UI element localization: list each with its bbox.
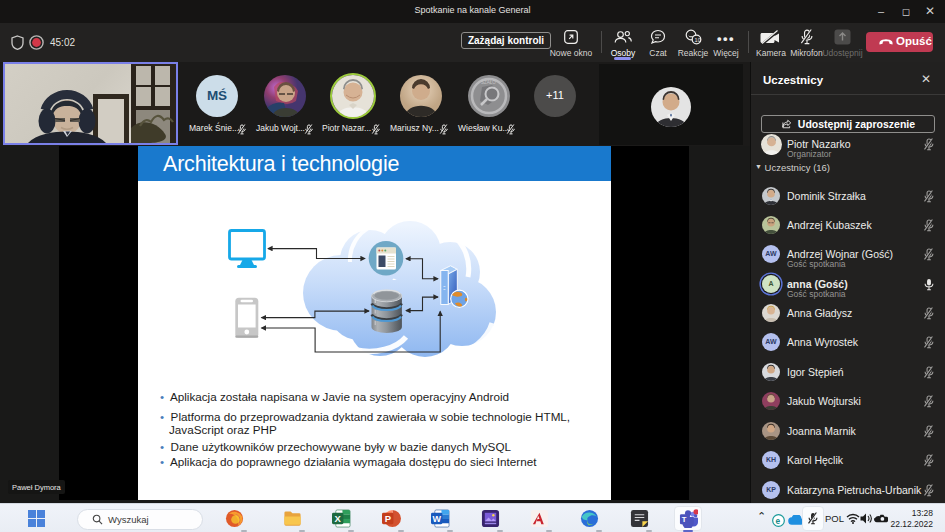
svg-text:10: 10 — [695, 37, 701, 43]
svg-text:W: W — [432, 514, 441, 524]
svg-text:SZAŁO: SZAŁO — [481, 80, 496, 85]
svg-text:P: P — [385, 513, 392, 524]
svg-text:e: e — [776, 516, 781, 526]
svg-text:X: X — [334, 513, 341, 524]
svg-text:T: T — [682, 515, 687, 524]
